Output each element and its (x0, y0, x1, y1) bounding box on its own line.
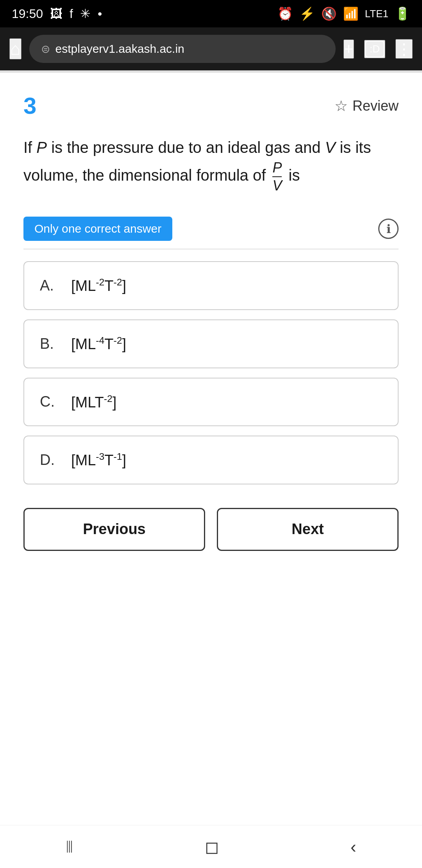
fraction-denominator: V (272, 177, 282, 194)
status-bar: 19:50 🖼 f ✳ • ⏰ ⚡ 🔇 📶 LTE1 🔋 (0, 0, 422, 27)
option-c[interactable]: C. [MLT-2] (23, 378, 399, 427)
mute-icon: 🔇 (321, 6, 337, 21)
text-part1: If (23, 139, 36, 156)
option-b-text: [ML-4T-2] (71, 335, 126, 353)
text-part4: is (289, 167, 300, 184)
add-tab-button[interactable]: + (343, 39, 354, 59)
star-icon: ☆ (334, 97, 348, 115)
bluetooth-icon: ⚡ (299, 6, 315, 21)
option-d-label: D. (40, 452, 59, 468)
home-nav-icon[interactable]: ◻ (205, 837, 219, 857)
info-button[interactable]: ℹ (378, 219, 399, 239)
text-v: V (325, 139, 336, 156)
option-d[interactable]: D. [ML-3T-1] (23, 436, 399, 484)
text-p: P (36, 139, 47, 156)
review-button[interactable]: ☆ Review (334, 97, 399, 115)
main-content: 3 ☆ Review If P is the pressure due to a… (0, 73, 422, 825)
status-time: 19:50 (12, 7, 43, 21)
plus-icon: + (344, 40, 353, 58)
option-a[interactable]: A. [ML-2T-2] (23, 261, 399, 310)
options-divider (23, 249, 399, 249)
question-header: 3 ☆ Review (23, 92, 399, 119)
browser-bar: ⌂ ⊜ estplayerv1.aakash.ac.in + :D ⋮ (0, 27, 422, 70)
option-b-label: B. (40, 335, 59, 352)
dot-icon: • (98, 7, 102, 21)
question-text: If P is the pressure due to an ideal gas… (23, 135, 399, 193)
lock-icon: ⊜ (41, 43, 50, 56)
question-number: 3 (23, 92, 36, 119)
option-c-text: [MLT-2] (71, 393, 116, 411)
battery-icon: 🔋 (395, 6, 410, 21)
answer-type-badge: Only one correct answer (23, 217, 172, 241)
options-list: A. [ML-2T-2] B. [ML-4T-2] C. [MLT-2] D. … (23, 261, 399, 484)
navigation-buttons: Previous Next (23, 508, 399, 567)
home-icon: ⌂ (10, 39, 21, 59)
tab-switcher-button[interactable]: :D (364, 40, 385, 58)
info-icon: ℹ (386, 222, 391, 236)
option-a-label: A. (40, 277, 59, 294)
alarm-icon: ⏰ (277, 6, 293, 21)
system-nav-bar: ⫴ ◻ ‹ (0, 825, 422, 868)
answer-type-section: Only one correct answer ℹ (23, 217, 399, 241)
status-left: 19:50 🖼 f ✳ • (12, 6, 102, 21)
more-icon: ⋮ (396, 40, 412, 58)
option-c-label: C. (40, 393, 59, 410)
fraction-pv: P V (272, 160, 282, 193)
facebook-icon: f (70, 7, 73, 21)
lte-icon: LTE1 (365, 8, 388, 20)
tab-label: :D (365, 41, 384, 57)
home-button[interactable]: ⌂ (9, 38, 21, 59)
url-text: estplayerv1.aakash.ac.in (55, 42, 324, 56)
option-d-text: [ML-3T-1] (71, 451, 126, 469)
fraction-numerator: P (272, 160, 282, 177)
back-nav-icon[interactable]: ‹ (350, 837, 356, 857)
review-label: Review (352, 98, 399, 114)
text-part2: is the pressure due to an ideal gas and (47, 139, 325, 156)
url-bar[interactable]: ⊜ estplayerv1.aakash.ac.in (29, 35, 336, 63)
more-options-button[interactable]: ⋮ (395, 39, 413, 59)
browser-actions: + :D ⋮ (343, 39, 413, 59)
recent-apps-icon[interactable]: ⫴ (66, 837, 73, 857)
asterisk-icon: ✳ (80, 6, 91, 21)
option-b[interactable]: B. [ML-4T-2] (23, 319, 399, 368)
wifi-icon: 📶 (343, 6, 359, 21)
image-icon: 🖼 (50, 7, 63, 21)
option-a-text: [ML-2T-2] (71, 277, 126, 294)
status-right: ⏰ ⚡ 🔇 📶 LTE1 🔋 (277, 6, 410, 21)
previous-button[interactable]: Previous (23, 508, 205, 551)
next-button[interactable]: Next (217, 508, 399, 551)
